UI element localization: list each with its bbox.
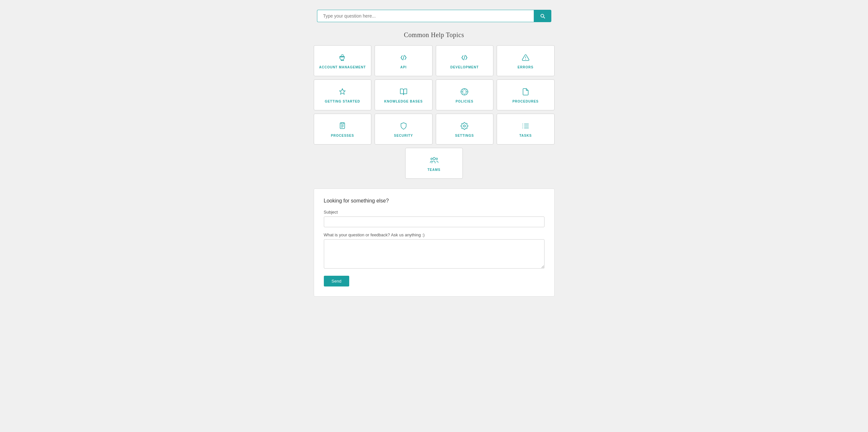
topic-card-procedures[interactable]: PROCEDURES — [497, 80, 555, 111]
topic-label-api: API — [400, 65, 407, 69]
contact-title: Looking for something else? — [324, 198, 545, 204]
subject-label: Subject — [324, 210, 545, 215]
knowledge-bases-icon — [400, 88, 407, 97]
policies-icon — [461, 88, 468, 97]
topic-card-security[interactable]: SECURITY — [375, 114, 433, 145]
svg-point-22 — [431, 158, 432, 160]
settings-icon — [461, 122, 468, 131]
topic-card-knowledge-bases[interactable]: KNOWLEDGE BASES — [375, 80, 433, 111]
topic-card-account-management[interactable]: ACCOUNT MANAGEMENT — [314, 45, 372, 76]
topic-card-tasks[interactable]: TASKS — [497, 114, 555, 145]
topic-card-settings[interactable]: SETTINGS — [436, 114, 494, 145]
topic-label-account-management: ACCOUNT MANAGEMENT — [319, 65, 366, 69]
send-button[interactable]: Send — [324, 276, 349, 286]
svg-line-4 — [403, 55, 404, 60]
svg-rect-0 — [340, 56, 344, 57]
svg-point-8 — [342, 89, 343, 90]
procedures-icon — [522, 88, 529, 97]
search-icon — [539, 13, 546, 19]
security-icon — [400, 122, 407, 131]
svg-line-5 — [464, 55, 465, 60]
topic-label-security: SECURITY — [394, 134, 413, 137]
topic-card-teams[interactable]: TEAMS — [405, 148, 463, 179]
topic-label-knowledge-bases: KNOWLEDGE BASES — [384, 100, 423, 103]
topic-label-tasks: TASKS — [520, 134, 532, 137]
topic-label-settings: SETTINGS — [455, 134, 474, 137]
topic-card-policies[interactable]: POLICIES — [436, 80, 494, 111]
processes-icon — [339, 122, 346, 131]
development-icon — [461, 54, 468, 63]
topic-card-processes[interactable]: PROCESSES — [314, 114, 372, 145]
api-icon — [400, 54, 407, 63]
account-management-icon — [339, 54, 346, 63]
teams-row: TEAMS — [314, 148, 555, 179]
page-wrapper: Common Help Topics ACCOUNT MANAGEMENT — [310, 10, 558, 412]
topic-label-errors: ERRORS — [518, 65, 533, 69]
topic-card-getting-started[interactable]: GETTING STARTED — [314, 80, 372, 111]
svg-point-23 — [436, 158, 437, 160]
search-container — [317, 10, 551, 22]
topic-card-development[interactable]: DEVELOPMENT — [436, 45, 494, 76]
topics-grid: ACCOUNT MANAGEMENT API DEV — [314, 45, 555, 145]
topic-card-api[interactable]: API — [375, 45, 433, 76]
contact-section: Looking for something else? Subject What… — [314, 188, 555, 297]
question-textarea[interactable] — [324, 239, 545, 269]
topic-label-teams: TEAMS — [428, 168, 441, 172]
errors-icon — [522, 54, 529, 63]
tasks-icon — [522, 122, 529, 131]
subject-input[interactable] — [324, 216, 545, 227]
svg-rect-10 — [341, 123, 344, 124]
topic-label-policies: POLICIES — [456, 100, 473, 103]
search-input[interactable] — [317, 10, 534, 22]
svg-point-21 — [433, 158, 435, 160]
section-title: Common Help Topics — [404, 31, 464, 39]
topic-label-processes: PROCESSES — [331, 134, 354, 137]
svg-rect-9 — [340, 123, 345, 129]
search-button[interactable] — [534, 10, 551, 22]
svg-point-14 — [463, 125, 465, 127]
topic-label-procedures: PROCEDURES — [512, 100, 539, 103]
question-label: What is your question or feedback? Ask u… — [324, 233, 545, 237]
topic-label-getting-started: GETTING STARTED — [325, 100, 360, 103]
getting-started-icon — [339, 88, 346, 97]
teams-icon — [430, 156, 438, 165]
topic-card-errors[interactable]: ERRORS — [497, 45, 555, 76]
topic-label-development: DEVELOPMENT — [451, 65, 479, 69]
